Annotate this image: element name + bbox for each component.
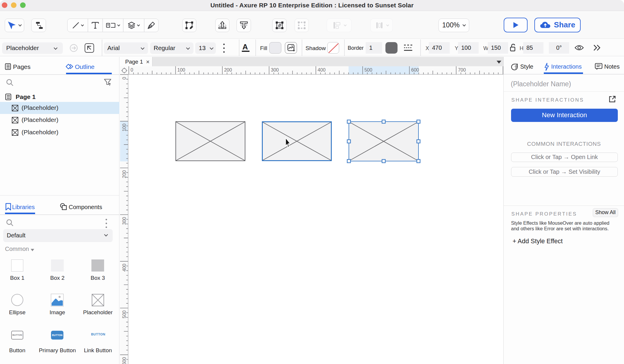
svg-text:300: 300 xyxy=(122,217,127,225)
svg-text:700: 700 xyxy=(458,67,466,72)
svg-text:400: 400 xyxy=(318,67,326,72)
svg-text:600: 600 xyxy=(411,67,419,72)
svg-text:0: 0 xyxy=(131,67,133,72)
svg-text:200: 200 xyxy=(224,67,232,72)
svg-text:300: 300 xyxy=(271,67,279,72)
svg-text:0: 0 xyxy=(122,77,127,80)
svg-text:500: 500 xyxy=(122,310,127,318)
svg-text:500: 500 xyxy=(364,67,372,72)
svg-text:400: 400 xyxy=(122,264,127,272)
svg-text:100: 100 xyxy=(177,67,185,72)
svg-text:100: 100 xyxy=(122,124,127,132)
svg-text:200: 200 xyxy=(122,170,127,178)
svg-text:600: 600 xyxy=(122,357,127,364)
